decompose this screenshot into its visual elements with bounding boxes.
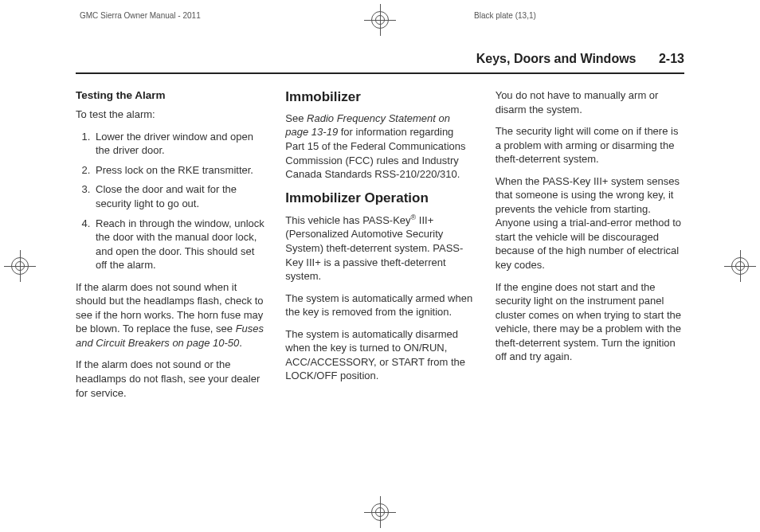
col3-p3: When the PASS-Key III+ system senses tha…: [496, 174, 684, 272]
testing-intro: To test the alarm:: [76, 108, 264, 122]
step-1: Lower the driver window and open the dri…: [93, 130, 264, 158]
page-number: 2-13: [659, 52, 684, 65]
col3-p2: The security light will come on if there…: [496, 124, 684, 166]
running-head: Keys, Doors and Windows 2-13: [76, 52, 684, 74]
plate-label: Black plate (13,1): [474, 11, 536, 20]
heading-testing-alarm: Testing the Alarm: [76, 88, 264, 103]
immobilizer-body: See Radio Frequency Statement on page 13…: [285, 111, 474, 182]
col3-p1: You do not have to manually arm or disar…: [496, 88, 684, 116]
registration-mark-left: [4, 250, 36, 282]
column-1: Testing the Alarm To test the alarm: Low…: [76, 88, 264, 408]
testing-steps: Lower the driver window and open the dri…: [76, 130, 264, 272]
registration-mark-top: [364, 4, 396, 36]
heading-immobilizer: Immobilizer: [285, 88, 474, 107]
registration-mark-right: [724, 250, 756, 282]
step-2: Press lock on the RKE transmitter.: [93, 163, 264, 178]
manual-title: GMC Sierra Owner Manual - 2011: [80, 11, 201, 20]
column-3: You do not have to manually arm or disar…: [496, 88, 684, 408]
alarm-nosound-1: If the alarm does not sound when it shou…: [76, 280, 264, 350]
operation-p3: The system is automatically disarmed whe…: [285, 327, 474, 383]
page-body: Keys, Doors and Windows 2-13 Testing the…: [76, 52, 684, 408]
registration-mark-bottom: [364, 496, 396, 528]
columns: Testing the Alarm To test the alarm: Low…: [76, 88, 684, 408]
chapter-title: Keys, Doors and Windows: [476, 52, 637, 65]
column-2: Immobilizer See Radio Frequency Statemen…: [285, 88, 474, 408]
step-3: Close the door and wait for the security…: [93, 182, 264, 210]
alarm-nosound-2: If the alarm does not sound or the headl…: [76, 358, 264, 400]
operation-p2: The system is automatically armed when t…: [285, 291, 474, 319]
step-4: Reach in through the window, unlock the …: [93, 217, 264, 272]
operation-p1: This vehicle has PASS-Key® III+ (Persona…: [285, 213, 474, 284]
heading-immobilizer-operation: Immobilizer Operation: [285, 190, 474, 208]
col3-p4: If the engine does not start and the sec…: [496, 280, 684, 364]
